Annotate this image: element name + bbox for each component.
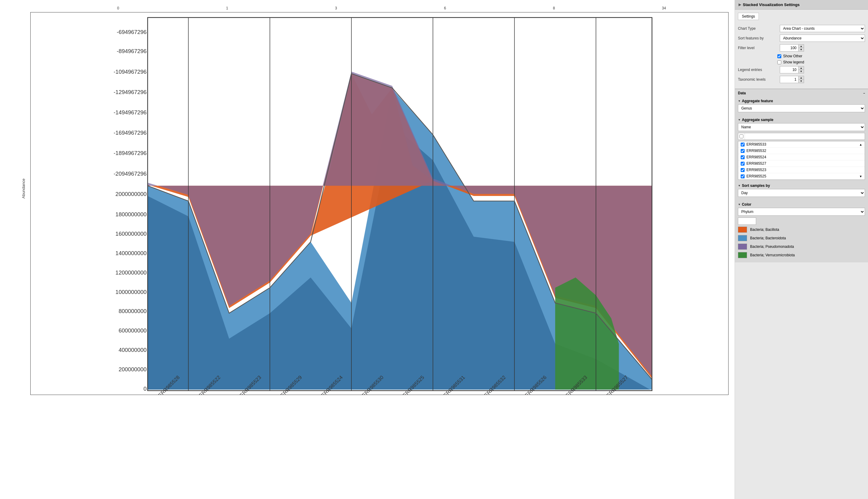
legend-item-bacillota: Bacteria; Bacillota	[738, 227, 865, 233]
sample-checkbox-err985527[interactable]	[741, 162, 745, 166]
sample-checkbox-err985533[interactable]	[741, 143, 745, 147]
svg-text:400000000: 400000000	[119, 347, 146, 353]
taxonomic-levels-label: Taxonomic levels	[738, 77, 777, 82]
y-axis-label: Abundance	[21, 179, 26, 199]
color-search-box	[738, 218, 756, 225]
color-title: ▼ Color	[738, 202, 865, 207]
svg-text:-894967296: -894967296	[117, 48, 147, 54]
top-label-6: 6	[444, 6, 446, 10]
chart-type-select[interactable]: Area Chart - counts Bar Chart - counts L…	[780, 25, 865, 32]
filter-level-input[interactable]	[780, 45, 798, 51]
triangle-icon-feature: ▼	[738, 99, 741, 102]
sort-features-row: Sort features by Abundance Name Custom	[738, 35, 865, 42]
taxonomic-levels-input[interactable]	[780, 76, 798, 83]
show-other-checkbox[interactable]	[777, 54, 781, 58]
sample-label-err985523: ERR985523	[746, 168, 766, 172]
color-search-input[interactable]	[738, 218, 756, 224]
sample-item-err985525[interactable]: ERR985525 ▼	[738, 173, 865, 180]
legend-entries-spinner[interactable]: ▲ ▼	[780, 66, 804, 73]
spinner-buttons-filter: ▲ ▼	[798, 45, 804, 51]
sample-item-err985524[interactable]: ERR985524	[738, 154, 865, 160]
scroll-down-icon: ▼	[859, 175, 862, 178]
sample-label-err985525: ERR985525	[746, 174, 766, 178]
sample-label-err985524: ERR985524	[746, 155, 766, 159]
legend-color-verrucomicrobiota	[738, 252, 747, 258]
sample-checkbox-err985532[interactable]	[741, 149, 745, 153]
chart-svg: -694967296 -894967296 -1094967296 -12949…	[30, 12, 729, 395]
sample-item-err985523[interactable]: ERR985523	[738, 167, 865, 173]
sample-search-input[interactable]	[745, 133, 865, 139]
legend-item-verrucomicrobiota: Bacteria; Verrucomicrobiota	[738, 252, 865, 258]
svg-text:1800000000: 1800000000	[115, 211, 147, 218]
legend-item-pseudomonadota: Bacteria; Pseudomonadota	[738, 244, 865, 250]
svg-text:200000000: 200000000	[119, 366, 146, 373]
sample-item-err985532[interactable]: ERR985532	[738, 148, 865, 154]
aggregate-sample-select[interactable]: Name Day	[738, 123, 865, 131]
svg-text:1000000000: 1000000000	[115, 289, 147, 295]
svg-text:-1094967296: -1094967296	[114, 69, 147, 75]
spinner-buttons-legend: ▲ ▼	[798, 66, 804, 73]
taxonomic-levels-down[interactable]: ▼	[798, 80, 804, 83]
legend-label-pseudomonadota: Bacteria; Pseudomonadota	[750, 244, 794, 249]
color-select[interactable]: Phylum Class Order	[738, 208, 865, 216]
sample-search-container	[738, 133, 865, 140]
show-legend-label: Show legend	[783, 60, 804, 64]
sample-label-err985532: ERR985532	[746, 149, 766, 153]
data-header: Data –	[735, 89, 868, 97]
taxonomic-levels-spinner[interactable]: ▲ ▼	[780, 76, 804, 83]
right-panel: ▶ Stacked Visualization Settings Setting…	[735, 0, 868, 499]
sample-item-err985527[interactable]: ERR985527	[738, 160, 865, 167]
select-all-checkbox[interactable]	[740, 134, 743, 138]
legend-label-verrucomicrobiota: Bacteria; Verrucomicrobiota	[750, 253, 795, 257]
legend-entries-label: Legend entries	[738, 68, 777, 72]
top-label-1: 1	[226, 6, 228, 10]
data-collapse-icon[interactable]: –	[863, 92, 865, 95]
sample-checkbox-err985523[interactable]	[741, 168, 745, 172]
aggregate-feature-title: ▼ Aggregate feature	[738, 99, 865, 103]
sort-samples-select[interactable]: Day Name Custom	[738, 189, 865, 197]
sample-label-err985527: ERR985527	[746, 161, 766, 166]
aggregate-feature-select[interactable]: Genus Species Family	[738, 104, 865, 112]
top-axis: 0 1 3 6 8 34	[61, 6, 722, 10]
filter-level-down[interactable]: ▼	[798, 48, 804, 51]
svg-text:-1494967296: -1494967296	[114, 109, 147, 115]
top-label-3: 3	[335, 6, 337, 10]
sample-checkbox-err985525[interactable]	[741, 174, 745, 178]
panel-header: ▶ Stacked Visualization Settings	[735, 0, 868, 10]
show-legend-row: Show legend	[738, 60, 865, 64]
top-label-34: 34	[662, 6, 666, 10]
legend-entries-down[interactable]: ▼	[798, 70, 804, 73]
legend-entries-up[interactable]: ▲	[798, 66, 804, 70]
triangle-icon-sort: ▼	[738, 184, 741, 187]
filter-level-spinner[interactable]: ▲ ▼	[780, 44, 804, 51]
panel-expand-icon[interactable]: ▶	[739, 3, 741, 7]
legend-color-bacillota	[738, 227, 747, 233]
sample-checkbox-err985524[interactable]	[741, 155, 745, 159]
show-other-label: Show Other	[783, 54, 802, 58]
sample-item-err985533[interactable]: ERR985533 ▲	[738, 141, 865, 148]
svg-text:1600000000: 1600000000	[115, 231, 147, 237]
aggregate-feature-section: ▼ Aggregate feature Genus Species Family	[735, 97, 868, 116]
settings-tab[interactable]: Settings	[738, 13, 759, 20]
filter-level-up[interactable]: ▲	[798, 45, 804, 48]
legend-entries-input[interactable]	[780, 67, 798, 73]
select-all-checkbox-container	[738, 133, 745, 139]
legend-color-bacteroidota	[738, 235, 747, 241]
show-other-row: Show Other	[738, 54, 865, 58]
triangle-icon-color: ▼	[738, 203, 741, 206]
svg-text:800000000: 800000000	[119, 308, 146, 314]
top-label-0: 0	[117, 6, 119, 10]
svg-text:-1294967296: -1294967296	[114, 89, 147, 95]
sort-samples-section: ▼ Sort samples by Day Name Custom	[735, 182, 868, 200]
sort-features-select[interactable]: Abundance Name Custom	[780, 35, 865, 42]
svg-text:1400000000: 1400000000	[115, 250, 147, 256]
legend-label-bacillota: Bacteria; Bacillota	[750, 228, 779, 232]
data-label: Data	[738, 91, 746, 95]
svg-text:1200000000: 1200000000	[115, 269, 147, 276]
taxonomic-levels-up[interactable]: ▲	[798, 76, 804, 80]
svg-text:-1694967296: -1694967296	[114, 130, 147, 136]
data-section: Data – ▼ Aggregate feature Genus Species…	[735, 88, 868, 263]
taxonomic-levels-row: Taxonomic levels ▲ ▼	[738, 76, 865, 83]
show-legend-checkbox[interactable]	[777, 60, 781, 64]
chart-wrapper: 0 1 3 6 8 34 Abundance -694967296 -89496…	[30, 6, 729, 457]
